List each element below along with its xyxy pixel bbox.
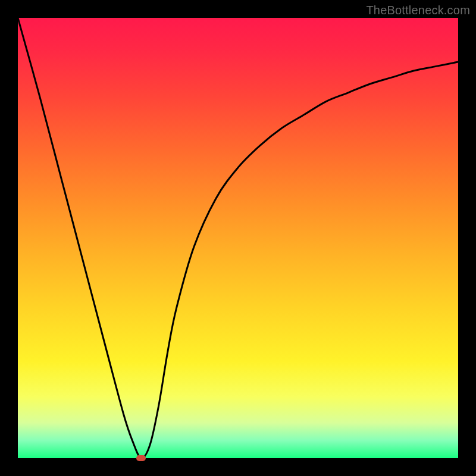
chart-frame: TheBottleneck.com — [0, 0, 476, 476]
plot-area — [18, 18, 458, 458]
curve-path — [18, 18, 458, 458]
watermark-text: TheBottleneck.com — [366, 4, 470, 17]
bottleneck-curve — [18, 18, 458, 458]
optimal-marker — [136, 455, 146, 461]
